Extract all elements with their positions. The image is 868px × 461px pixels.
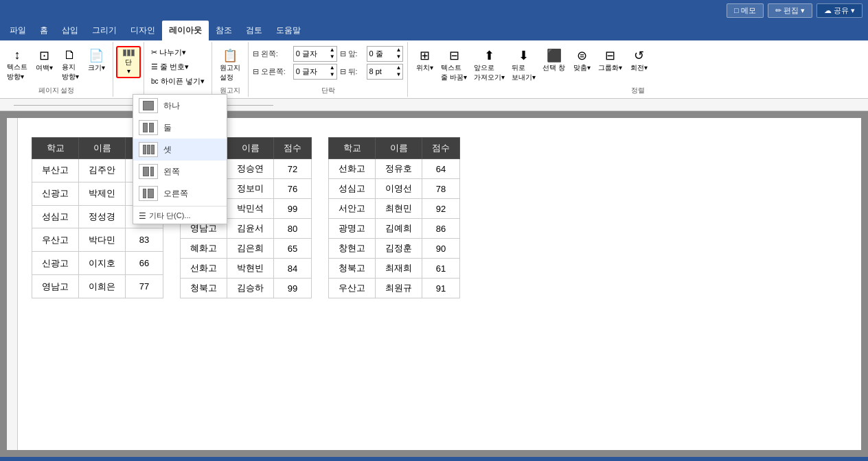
table-cell: 김은희 bbox=[227, 239, 274, 259]
column-one-icon bbox=[139, 98, 158, 113]
columns-more-icon: ☰ bbox=[139, 211, 146, 221]
before-spacing-spinbox[interactable]: ▲ ▼ bbox=[367, 46, 404, 62]
table-cell: 72 bbox=[274, 159, 312, 179]
column-right-icon bbox=[139, 186, 158, 201]
table-cell: 박현빈 bbox=[227, 259, 274, 279]
tab-review[interactable]: 검토 bbox=[239, 21, 269, 40]
hyphenation-button[interactable]: bc하이픈 넣기▾ bbox=[148, 75, 207, 88]
table-cell: 청북고 bbox=[181, 279, 227, 298]
column-two-item[interactable]: 둘 bbox=[133, 117, 227, 139]
text-wrap-button[interactable]: ⊟ 텍스트줄 바꿈▾ bbox=[438, 46, 470, 84]
tab-design[interactable]: 디자인 bbox=[124, 21, 162, 40]
align-button[interactable]: ⊜ 맞춤▾ bbox=[569, 46, 594, 75]
table-cell: 박다민 bbox=[79, 228, 126, 252]
table-cell: 이희은 bbox=[79, 275, 126, 298]
table-cell: 86 bbox=[422, 219, 460, 239]
line-numbers-button[interactable]: ☰줄 번호▾ bbox=[148, 60, 207, 73]
tab-file[interactable]: 파일 bbox=[3, 21, 33, 40]
table-cell: 78 bbox=[422, 179, 460, 199]
table-cell: 부산고 bbox=[32, 159, 79, 182]
tab-insert[interactable]: 삽입 bbox=[55, 21, 85, 40]
table-cell: 김주안 bbox=[79, 159, 126, 182]
manuscript-group: 📋 원고지설정 원고지 bbox=[212, 42, 249, 97]
table-cell: 90 bbox=[422, 239, 460, 259]
table-cell: 신광고 bbox=[32, 252, 79, 275]
rotate-button[interactable]: ↺ 회전▾ bbox=[626, 46, 651, 75]
table-cell: 84 bbox=[274, 259, 312, 279]
after-spacing-label: ⊟ 뒤: bbox=[340, 67, 364, 77]
tab-draw[interactable]: 그리기 bbox=[85, 21, 124, 40]
column-right-item[interactable]: 오른쪽 bbox=[133, 182, 227, 204]
table-cell: 영남고 bbox=[32, 275, 79, 298]
column-left-icon bbox=[139, 164, 158, 179]
table-header: 점수 bbox=[422, 138, 460, 159]
right-indent-spinbox[interactable]: ▲ ▼ bbox=[293, 64, 337, 80]
column-three-item[interactable]: 셋 bbox=[133, 139, 227, 161]
position-button[interactable]: ⊞ 위치▾ bbox=[412, 46, 437, 75]
bring-forward-button[interactable]: ⬆ 앞으로가져오기▾ bbox=[471, 46, 507, 84]
table-cell: 76 bbox=[274, 179, 312, 199]
tab-references[interactable]: 참조 bbox=[209, 21, 239, 40]
column-left-item[interactable]: 왼쪽 bbox=[133, 161, 227, 182]
table-cell: 77 bbox=[126, 275, 163, 298]
table-3: 학교 이름 점수 선화고정유호64성심고이영선78서안고최현민92광명고김예희8… bbox=[328, 137, 460, 298]
left-indent-label: ⊟ 왼쪽: bbox=[253, 49, 290, 59]
page-setup-label: 페이지 설정 bbox=[4, 84, 108, 95]
left-indent-spinbox[interactable]: ▲ ▼ bbox=[293, 46, 337, 62]
table-cell: 91 bbox=[422, 279, 460, 298]
size-button[interactable]: 📄 크기▾ bbox=[84, 46, 108, 75]
table-cell: 99 bbox=[274, 199, 312, 219]
table-cell: 박민석 bbox=[227, 199, 274, 219]
table-cell: 김예희 bbox=[376, 219, 422, 239]
selection-pane-button[interactable]: ⬛ 선택 창 bbox=[540, 46, 568, 75]
table-cell: 이지호 bbox=[79, 252, 126, 275]
table-header: 이름 bbox=[376, 138, 422, 159]
table-cell: 김승하 bbox=[227, 279, 274, 298]
breaks-group: ✂나누기▾ ☰줄 번호▾ bc하이픈 넣기▾ bbox=[144, 42, 212, 97]
arrange-group: ⊞ 위치▾ ⊟ 텍스트줄 바꿈▾ ⬆ 앞으로가져오기▾ ⬇ 뒤로보내기▾ ⬛ 선… bbox=[408, 42, 868, 97]
table-header: 이름 bbox=[79, 138, 126, 159]
column-two-icon bbox=[139, 120, 158, 135]
table-cell: 정보미 bbox=[227, 179, 274, 199]
table-cell: 박제인 bbox=[79, 182, 126, 205]
table-cell: 66 bbox=[126, 252, 163, 275]
manuscript-button[interactable]: 📋 원고지설정 bbox=[216, 46, 244, 84]
table-cell: 정유호 bbox=[376, 159, 422, 179]
page-setup-group: ↕ 텍스트방향▾ ⊡ 여백▾ 🗋 용지방향▾ 📄 크기▾ 페이지 설정 bbox=[0, 42, 113, 97]
send-backward-button[interactable]: ⬇ 뒤로보내기▾ bbox=[509, 46, 538, 84]
table-cell: 우산고 bbox=[32, 228, 79, 252]
margins-button[interactable]: ⊡ 여백▾ bbox=[32, 46, 56, 75]
tab-home[interactable]: 홈 bbox=[33, 21, 55, 40]
document-area: 학교 이름 점수 부산고김주안75신광고박제인63성심고정성경81우산고박다민8… bbox=[0, 111, 868, 457]
tab-layout[interactable]: 레이아웃 bbox=[162, 21, 209, 40]
paragraph-group: ⊟ 왼쪽: ▲ ▼ ⊟ 앞: ▲ ▼ ⊟ bbox=[249, 42, 409, 97]
table-cell: 61 bbox=[422, 259, 460, 279]
table-cell: 김윤서 bbox=[227, 219, 274, 239]
breaks-button[interactable]: ✂나누기▾ bbox=[148, 46, 207, 59]
orientation-button[interactable]: 🗋 용지방향▾ bbox=[58, 46, 82, 84]
table-cell: 광명고 bbox=[329, 219, 376, 239]
group-button[interactable]: ⊟ 그룹화▾ bbox=[595, 46, 625, 75]
tab-help[interactable]: 도움말 bbox=[269, 21, 308, 40]
share-button[interactable]: ☁ 공유 ▾ bbox=[816, 3, 863, 18]
columns-dropdown: 하나 둘 셋 bbox=[133, 94, 227, 224]
right-indent-label: ⊟ 오른쪽: bbox=[253, 67, 290, 77]
table-cell: 92 bbox=[422, 199, 460, 219]
column-three-icon bbox=[139, 142, 158, 157]
table-cell: 청북고 bbox=[329, 259, 376, 279]
memo-button[interactable]: □ 메모 bbox=[727, 3, 764, 18]
text-direction-button[interactable]: ↕ 텍스트방향▾ bbox=[4, 46, 30, 84]
columns-button[interactable]: 단 ▾ bbox=[116, 46, 141, 78]
after-spacing-spinbox[interactable]: ▲ ▼ bbox=[367, 64, 404, 80]
table-cell: 83 bbox=[126, 228, 163, 252]
table-header: 학교 bbox=[32, 138, 79, 159]
table-cell: 성심고 bbox=[329, 179, 376, 199]
table-cell: 최원규 bbox=[376, 279, 422, 298]
table-cell: 선화고 bbox=[181, 259, 227, 279]
columns-more-item[interactable]: ☰ 기타 단(C)... bbox=[133, 208, 227, 224]
table-cell: 정성경 bbox=[79, 205, 126, 228]
table-cell: 창현고 bbox=[329, 239, 376, 259]
edit-button[interactable]: ✏ 편집 ▾ bbox=[768, 3, 812, 18]
table-header: 이름 bbox=[227, 138, 274, 159]
column-one-item[interactable]: 하나 bbox=[133, 95, 227, 117]
